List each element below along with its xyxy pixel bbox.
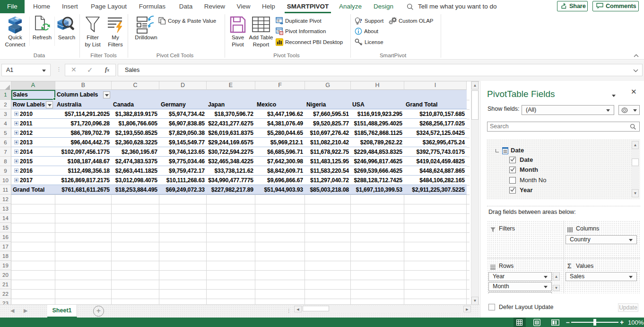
- svg-text:?: ?: [359, 17, 363, 24]
